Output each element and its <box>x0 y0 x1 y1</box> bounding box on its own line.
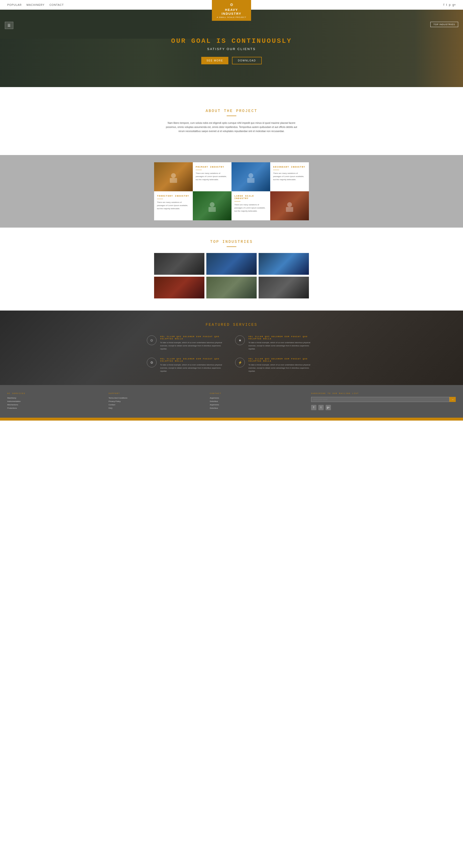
industry-divider-2 <box>273 170 279 170</box>
footer: OC SERVICES Machinery Instrumentation Me… <box>0 385 463 418</box>
footer-link-doloribus-1[interactable]: Doloribus <box>210 400 306 402</box>
footer-col-services-title: OC SERVICES <box>7 392 104 395</box>
about-divider <box>227 116 236 116</box>
photo-placeholder-1 <box>154 253 205 275</box>
logo-bar: ⚙ HEAVYINDUSTRY A SMALL SCALE PROJECT <box>212 0 251 21</box>
industry-card-text-3: There are many variations of passages of… <box>157 201 190 210</box>
social-twitter-icon[interactable]: t <box>446 3 447 6</box>
footer-twitter-icon[interactable]: t <box>318 405 324 410</box>
footer-email-row: → <box>311 397 456 402</box>
industry-card-text-4: There are many variations of passages of… <box>235 204 267 213</box>
footer-link-instrumentation[interactable]: Instrumentation <box>7 400 104 402</box>
industry-card-text-2: There are many variations of passages of… <box>273 172 306 181</box>
nav-popular[interactable]: POPULAR <box>7 3 22 6</box>
newsletter-submit-button[interactable]: → <box>450 397 456 402</box>
svg-rect-1 <box>170 178 177 183</box>
industry-card-2: SECONDARY INDUSTRY There are many variat… <box>270 162 309 191</box>
social-pinterest-icon[interactable]: p <box>449 3 451 6</box>
footer-link-privacy[interactable]: Privacy Policy <box>109 400 205 402</box>
footer-facebook-icon[interactable]: f <box>311 405 316 410</box>
logo-subtitle: A SMALL SCALE PROJECT <box>217 16 246 19</box>
social-facebook-icon[interactable]: f <box>443 3 444 6</box>
svg-rect-3 <box>247 178 254 183</box>
industry-card-title-2: SECONDARY INDUSTRY <box>273 166 306 168</box>
service-content-2: VEL ILLUM QUI DOLOREM EUM FUGIAT QUO VOL… <box>248 336 316 350</box>
service-icon-2: ★ <box>235 336 245 345</box>
nav-social: f t p g+ <box>443 3 456 6</box>
service-content-1: VEL ILLUM QUI DOLOREM EUM FUGIAT QUO VOL… <box>160 336 228 350</box>
photo-item-2 <box>206 253 257 275</box>
hero-subtitle: SATISFY OUR CLIENTS <box>171 47 292 51</box>
footer-col-contact: CONTACT Asperiores Doloribus Asperiores … <box>210 392 306 410</box>
hero-buttons: SEE MORE DOWNLOAD <box>171 57 292 64</box>
top-industries-button[interactable]: TOP INDUSTRIES <box>430 22 458 27</box>
service-title-2: VEL ILLUM QUI DOLOREM EUM FUGIAT QUO VOL… <box>248 336 316 340</box>
service-title-1: VEL ILLUM QUI DOLOREM EUM FUGIAT QUO VOL… <box>160 336 228 340</box>
industries-grid: PRIMARY INDUSTRY There are many variatio… <box>154 162 309 220</box>
hamburger-menu-button[interactable]: ☰ <box>5 22 13 29</box>
top-industries-divider <box>227 246 236 247</box>
footer-col-services: OC SERVICES Machinery Instrumentation Me… <box>7 392 104 410</box>
footer-link-faq[interactable]: FAQ <box>109 407 205 409</box>
footer-social-icons: f t g+ <box>311 405 456 410</box>
footer-link-asperiores-1[interactable]: Asperiores <box>210 397 306 399</box>
service-title-3: VEL ILLUM QUI DOLOREM EUM FUGIAT QUO VOL… <box>160 358 228 362</box>
hero-worker-overlay <box>414 10 463 87</box>
logo-title: HEAVYINDUSTRY <box>217 8 246 16</box>
service-title-4: VEL ILLUM QUI DOLOREM EUM FUGIAT QUO VOL… <box>248 358 316 362</box>
svg-point-6 <box>287 202 292 207</box>
photo-placeholder-3 <box>258 253 309 275</box>
photo-item-4 <box>154 277 205 299</box>
footer-newsletter-title: SUBSCRIBE TO OUR MAILING LIST <box>311 392 456 395</box>
industry-divider-3 <box>157 199 163 199</box>
industry-card-title-1: PRIMARY INDUSTRY <box>196 166 228 168</box>
about-content: ABOUT THE PROJECT Nam libero tempore, cu… <box>159 97 304 145</box>
top-industries-section: TOP INDUSTRIES <box>0 227 463 311</box>
footer-link-protections[interactable]: Protections <box>7 407 104 409</box>
nav-contact[interactable]: CONTACT <box>49 3 64 6</box>
photo-item-1 <box>154 253 205 275</box>
footer-link-machinery[interactable]: Machinery <box>7 397 104 399</box>
see-more-button[interactable]: SEE MORE <box>201 57 228 64</box>
industry-divider-4 <box>235 201 241 202</box>
footer-link-contact[interactable]: Contact <box>109 404 205 406</box>
footer-googleplus-icon[interactable]: g+ <box>326 405 331 410</box>
hero-section: ☰ TOP INDUSTRIES OUR GOAL IS CONTINUOUSL… <box>0 10 463 87</box>
footer-link-doloribus-2[interactable]: Doloribus <box>210 407 306 409</box>
svg-rect-7 <box>286 207 293 212</box>
industry-card-3: TERRITORY INDUSTRY There are many variat… <box>154 191 193 220</box>
about-section: ABOUT THE PROJECT Nam libero tempore, cu… <box>0 87 463 155</box>
nav-links: POPULAR MACHINERY CONTACT <box>7 3 64 6</box>
service-icon-3: ⚙ <box>147 358 156 367</box>
industry-image-1 <box>154 162 193 191</box>
service-icon-1: ⊙ <box>147 336 156 345</box>
about-body: Nam libero tempore, cum soluta nobis est… <box>164 121 299 133</box>
service-content-4: VEL ILLUM QUI DOLOREM EUM FUGIAT QUO VOL… <box>248 358 316 373</box>
hero-main-title: OUR GOAL IS CONTINUOUSLY <box>171 37 292 45</box>
industry-image-4 <box>270 191 309 220</box>
social-googleplus-icon[interactable]: g+ <box>452 3 456 6</box>
industry-img-placeholder-1 <box>154 162 193 191</box>
industry-card-title-3: TERRITORY INDUSTRY <box>157 195 190 197</box>
navbar: POPULAR MACHINERY CONTACT ⚙ HEAVYINDUSTR… <box>0 0 463 10</box>
about-title: ABOUT THE PROJECT <box>164 109 299 113</box>
industry-image-3 <box>193 191 232 220</box>
service-text-1: To take a trivial example, which of us e… <box>160 341 228 350</box>
photo-item-6 <box>258 277 309 299</box>
nav-machinery[interactable]: MACHINERY <box>27 3 45 6</box>
footer-link-terms[interactable]: Terms And Conditions <box>109 397 205 399</box>
industry-card-4: LARGE SCALE INDUSTRY There are many vari… <box>232 191 270 220</box>
photo-placeholder-6 <box>258 277 309 299</box>
photo-grid <box>154 253 309 299</box>
bottom-bar <box>0 418 463 421</box>
photo-placeholder-4 <box>154 277 205 299</box>
footer-col-support-title: SUPPORT <box>109 392 205 395</box>
newsletter-email-input[interactable] <box>311 397 450 402</box>
download-button[interactable]: DOWNLOAD <box>232 57 262 64</box>
footer-link-mechanisms[interactable]: Mechanisms <box>7 404 104 406</box>
service-content-3: VEL ILLUM QUI DOLOREM EUM FUGIAT QUO VOL… <box>160 358 228 373</box>
svg-point-2 <box>248 173 253 178</box>
service-item-3: ⚙ VEL ILLUM QUI DOLOREM EUM FUGIAT QUO V… <box>147 358 228 373</box>
footer-link-asperiores-2[interactable]: Asperiores <box>210 404 306 406</box>
hero-content: OUR GOAL IS CONTINUOUSLY SATISFY OUR CLI… <box>166 23 297 74</box>
